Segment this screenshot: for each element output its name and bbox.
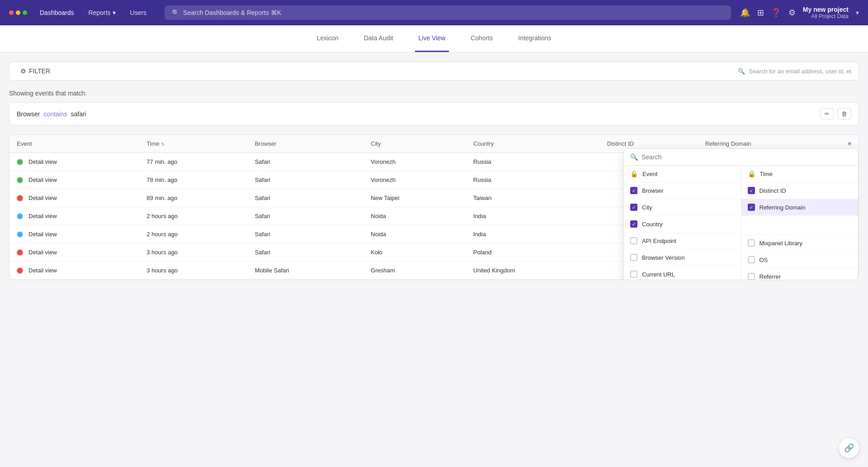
event-status-dot [17,195,23,201]
dropdown-item-api-endpoint[interactable]: API Endpoint [624,233,741,249]
sub-nav: Lexicon Data Audit Live View Cohorts Int… [0,25,868,52]
checkbox-api-endpoint[interactable] [630,237,637,244]
global-search[interactable]: 🔍 Search Dashboards & Reports ⌘K [165,5,731,20]
dropdown-left-col: 🔒 Event ✓ Browser ✓ City ✓ [624,166,741,280]
checkbox-distinct-id[interactable]: ✓ [748,187,755,194]
column-selector-dropdown: 🔍 🔒 Event ✓ Browser [623,148,859,280]
tab-integrations[interactable]: Integrations [514,25,555,52]
col-event: Event [9,135,139,153]
project-sub: All Project Data [803,13,849,19]
dropdown-item-mixpanel-library[interactable]: Mixpanel Library [741,235,859,252]
dropdown-search-input[interactable] [642,153,852,161]
tab-live-view[interactable]: Live View [415,25,449,52]
settings-icon[interactable]: ⚙ [788,8,796,18]
maximize-dot [23,10,27,15]
checkbox-referring-domain[interactable]: ✓ [748,204,755,211]
checkbox-browser-version[interactable] [630,254,637,261]
help-icon[interactable]: ❓ [771,8,781,18]
col-city: City [363,135,466,153]
tab-data-audit[interactable]: Data Audit [360,25,397,52]
filter-bar: ⚙ FILTER 🔍 Search for an email address, … [9,62,859,81]
dropdown-item-country[interactable]: ✓ Country [624,216,741,233]
filter-edit-button[interactable]: ✏ [821,108,834,119]
events-table-wrapper: Event Time ⇅ Browser City Country Distin… [9,134,859,280]
nav-users[interactable]: Users [125,6,152,19]
dropdown-item-event[interactable]: 🔒 Event [624,166,741,182]
checkbox-city[interactable]: ✓ [630,204,637,211]
project-name: My new project [803,6,849,13]
col-browser: Browser [248,135,363,153]
dropdown-item-distinct-id[interactable]: ✓ Distinct ID [741,182,859,199]
apps-icon[interactable]: ⊞ [757,8,764,18]
filter-button[interactable]: ⚙ FILTER [17,66,54,76]
event-status-dot [17,249,23,256]
checkbox-os[interactable] [748,256,755,263]
dropdown-search-bar: 🔍 [624,149,858,166]
close-dot [9,10,14,15]
nav-reports[interactable]: Reports ▾ [83,6,121,19]
filter-search-placeholder: Search for an email address, user id, et [749,68,851,75]
event-status-dot [17,267,23,274]
filter-keyword: Browser [17,110,40,118]
filter-delete-button[interactable]: 🗑 [837,108,851,119]
project-selector[interactable]: My new project All Project Data [803,6,849,19]
dropdown-item-browser-version[interactable]: Browser Version [624,249,741,266]
chevron-down-icon: ▾ [113,9,116,16]
dropdown-item-empty [741,216,859,235]
search-icon: 🔍 [172,9,179,16]
checkbox-referrer[interactable] [748,273,755,280]
dropdown-columns: 🔒 Event ✓ Browser ✓ City ✓ [624,166,858,280]
column-settings-icon[interactable]: ≡ [848,140,851,147]
filter-icon: ⚙ [20,67,26,75]
dropdown-item-city[interactable]: ✓ City [624,199,741,216]
filter-condition: Browser contains safari ✏ 🗑 [9,102,859,125]
col-country: Country [466,135,600,153]
search-placeholder: Search Dashboards & Reports ⌘K [183,9,281,16]
showing-text: Showing events that match: [9,90,859,97]
dropdown-item-os[interactable]: OS [741,252,859,268]
event-status-dot [17,177,23,183]
notifications-icon[interactable]: 🔔 [740,8,750,18]
project-chevron-icon: ▾ [856,9,859,16]
tab-cohorts[interactable]: Cohorts [467,25,496,52]
nav-dashboards[interactable]: Dashboards [34,6,80,19]
dropdown-search-icon: 🔍 [630,153,638,161]
filter-search-box[interactable]: 🔍 Search for an email address, user id, … [738,68,851,75]
dropdown-item-referring-domain[interactable]: ✓ Referring Domain [741,199,859,216]
checkbox-browser[interactable]: ✓ [630,187,637,194]
lock-icon: 🔒 [630,170,638,177]
dropdown-item-current-url[interactable]: Current URL [624,266,741,280]
top-nav: Dashboards Reports ▾ Users 🔍 Search Dash… [0,0,868,25]
filter-value: safari [71,110,86,118]
main-content: ⚙ FILTER 🔍 Search for an email address, … [0,52,868,289]
dropdown-item-browser[interactable]: ✓ Browser [624,182,741,199]
dropdown-right-col: 🔒 Time ✓ Distinct ID ✓ Referring Domain [741,166,859,280]
filter-operator: contains [43,110,67,118]
dropdown-item-referrer[interactable]: Referrer [741,268,859,280]
checkbox-current-url[interactable] [630,271,637,278]
event-status-dot [17,159,23,165]
col-time[interactable]: Time ⇅ [139,135,247,153]
event-status-dot [17,231,23,238]
minimize-dot [16,10,20,15]
dropdown-item-time[interactable]: 🔒 Time [741,166,859,182]
lock-icon: 🔒 [748,170,755,177]
checkbox-mixpanel-library[interactable] [748,239,755,247]
search-icon: 🔍 [738,68,745,75]
nav-right-icons: 🔔 ⊞ ❓ ⚙ My new project All Project Data … [740,6,859,19]
tab-lexicon[interactable]: Lexicon [313,25,342,52]
window-controls [9,10,27,15]
sort-icon: ⇅ [161,142,165,147]
checkbox-country[interactable]: ✓ [630,220,637,228]
event-status-dot [17,213,23,219]
filter-actions: ✏ 🗑 [821,108,851,119]
filter-button-label: FILTER [29,67,50,75]
